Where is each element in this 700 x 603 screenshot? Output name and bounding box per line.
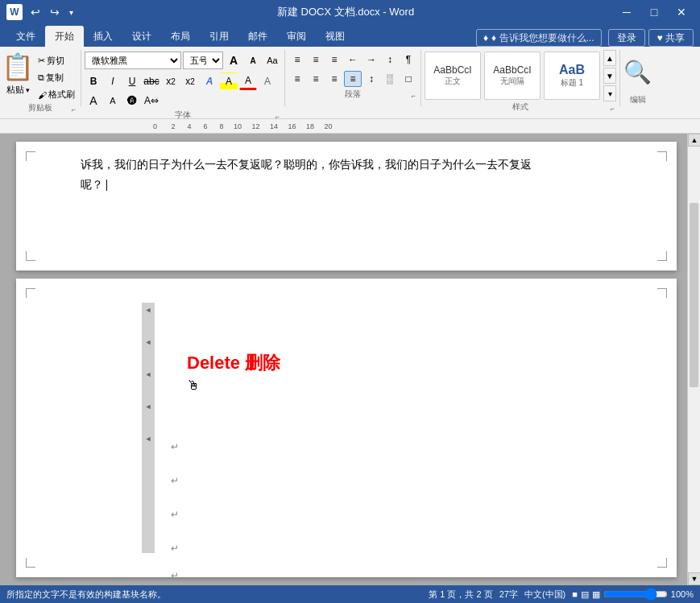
divider-1 — [81, 50, 81, 106]
page1-text-2: 呢？ — [81, 178, 103, 191]
underline-button[interactable]: U — [123, 72, 141, 90]
corner-tl-p1 — [26, 151, 35, 161]
text-cursor-p1 — [106, 180, 107, 191]
clipboard-label: 剪贴板 ⌐ — [3, 102, 77, 115]
zoom-slider[interactable] — [603, 589, 668, 599]
view-web-icon[interactable]: ▤ — [581, 589, 589, 600]
bullets-button[interactable]: ≡ — [288, 52, 306, 68]
view-read-icon[interactable]: ▦ — [592, 589, 600, 600]
editor-container: 诉我，我们的日子为什么一去不复返呢？聪明的，你告诉我，我们的日子为什么一去不复返… — [0, 134, 700, 585]
corner-bl-p1 — [26, 251, 35, 261]
show-para-button[interactable]: ¶ — [400, 52, 417, 68]
share-button[interactable]: ♥ 共享 — [648, 29, 694, 47]
redo-button[interactable]: ↪ — [47, 4, 63, 20]
shading-button[interactable]: ░ — [381, 71, 399, 87]
decrease-indent-button[interactable]: ← — [344, 52, 362, 68]
tab-home[interactable]: 开始 — [45, 26, 84, 47]
clipboard-expand-icon[interactable]: ⌐ — [72, 105, 76, 114]
copy-button[interactable]: ⧉ 复制 — [35, 70, 77, 85]
grow-font-button[interactable]: A — [225, 52, 242, 69]
styles-expand-icon[interactable]: ⌐ — [611, 105, 615, 113]
justify-button[interactable]: ≡ — [344, 71, 362, 87]
style-normal[interactable]: AaBbCcI 正文 — [425, 52, 481, 100]
styles-scroll-up[interactable]: ▲ — [603, 50, 616, 66]
sort-button[interactable]: ↕ — [381, 52, 399, 68]
paste-dropdown-icon[interactable]: ▾ — [26, 86, 30, 94]
font-name-select[interactable]: 微软雅黑 — [85, 52, 181, 69]
strikethrough-button[interactable]: abc — [143, 72, 160, 90]
tell-me-search[interactable]: ♦ ♦ 告诉我您想要做什么... — [476, 29, 602, 47]
align-center-button[interactable]: ≡ — [307, 71, 325, 87]
format-painter-button[interactable]: 🖌 格式刷 — [35, 87, 77, 102]
line-spacing-button[interactable]: ↕ — [362, 71, 380, 87]
tab-insert[interactable]: 插入 — [84, 26, 122, 47]
tab-review[interactable]: 审阅 — [277, 26, 316, 47]
style-normal-text: AaBbCcI — [433, 64, 471, 76]
editing-content[interactable]: 🔍 — [623, 50, 652, 94]
clear-format-button[interactable]: A — [259, 72, 276, 90]
subscript-button[interactable]: x2 — [162, 72, 180, 90]
title-bar: W ↩ ↪ ▾ 新建 DOCX 文档.docx - Word ─ □ ✕ — [0, 0, 700, 24]
cursor-pointer: 🖱 — [187, 378, 644, 393]
page1-text-1: 诉我，我们的日子为什么一去不复返呢？聪明的，你告诉我，我们的日子为什么一去不复返 — [81, 158, 532, 171]
close-button[interactable]: ✕ — [669, 0, 694, 24]
tab-mailings[interactable]: 邮件 — [238, 26, 277, 47]
status-bar: 所指定的文字不是有效的构建基块名称。 第 1 页，共 2 页 27字 中文(中国… — [0, 585, 700, 603]
format-painter-icon: 🖌 — [38, 90, 47, 100]
style-no-spacing[interactable]: AaBbCcI 无间隔 — [484, 52, 541, 100]
tab-file[interactable]: 文件 — [6, 26, 45, 47]
find-replace-icon: 🔍 — [623, 59, 652, 85]
corner-tl-p2 — [26, 288, 35, 298]
bold-button[interactable]: B — [85, 72, 102, 90]
highlight-button[interactable]: A — [220, 72, 238, 90]
scroll-down-button[interactable]: ▼ — [688, 572, 700, 585]
paste-button[interactable]: 📋 粘贴 ▾ — [3, 50, 32, 96]
scroll-up-button[interactable]: ▲ — [688, 134, 700, 147]
restore-button[interactable]: □ — [642, 0, 666, 24]
tab-view[interactable]: 视图 — [316, 26, 354, 47]
status-message: 所指定的文字不是有效的构建基块名称。 — [6, 589, 166, 601]
borders-button[interactable]: □ — [400, 71, 417, 87]
tab-references[interactable]: 引用 — [200, 26, 238, 47]
font-size-down-icon[interactable]: A — [104, 92, 122, 109]
styles-scroll-buttons: ▲ ▼ ▾ — [603, 50, 616, 101]
font-color-button[interactable]: A — [239, 72, 257, 90]
login-button[interactable]: 登录 — [608, 29, 645, 47]
minimize-button[interactable]: ─ — [615, 0, 639, 24]
divider-3 — [420, 50, 421, 106]
paragraph-content: ≡ ≡ ≡ ← → ↕ ¶ ≡ ≡ ≡ ≡ ↕ ░ □ — [288, 50, 417, 89]
font-expand-icon[interactable]: ⌐ — [275, 113, 280, 121]
para-mark-3: ↵ — [171, 509, 644, 520]
styles-label: 样式 ⌐ — [425, 101, 616, 114]
styles-panel: AaBbCcI 正文 AaBbCcI 无间隔 AaB 标题 1 — [425, 52, 600, 100]
font-size-up-icon[interactable]: A — [85, 92, 102, 109]
quick-access-more[interactable]: ▾ — [66, 6, 77, 19]
increase-indent-button[interactable]: → — [362, 52, 380, 68]
cut-button[interactable]: ✂ 剪切 — [35, 53, 77, 68]
paragraph-label: 段落 ⌐ — [288, 89, 417, 101]
paragraph-expand-icon[interactable]: ⌐ — [412, 92, 416, 100]
font-expand-button[interactable]: A⇔ — [143, 92, 160, 109]
align-right-button[interactable]: ≡ — [325, 71, 343, 87]
align-left-button[interactable]: ≡ — [288, 71, 306, 87]
font-size-select[interactable]: 五号 — [183, 52, 223, 69]
tab-design[interactable]: 设计 — [122, 26, 161, 47]
superscript-button[interactable]: x2 — [181, 72, 199, 90]
text-effects-button[interactable]: A — [201, 72, 218, 90]
italic-button[interactable]: I — [104, 72, 122, 90]
style-no-spacing-label: 无间隔 — [500, 76, 524, 87]
multilevel-button[interactable]: ≡ — [325, 52, 343, 68]
styles-group: AaBbCcI 正文 AaBbCcI 无间隔 AaB 标题 1 ▲ ▼ ▾ 样式 — [425, 50, 616, 118]
scrollbar-thumb[interactable] — [690, 203, 698, 386]
view-print-icon[interactable]: ■ — [572, 589, 578, 599]
numbering-button[interactable]: ≡ — [307, 52, 325, 68]
style-heading1-text: AaB — [559, 63, 585, 77]
style-heading1[interactable]: AaB 标题 1 — [544, 52, 600, 100]
styles-expand[interactable]: ▾ — [603, 85, 616, 101]
undo-button[interactable]: ↩ — [27, 4, 43, 20]
shrink-font-button[interactable]: A — [244, 52, 262, 69]
tab-layout[interactable]: 布局 — [161, 26, 200, 47]
text-shading-button[interactable]: 🅐 — [123, 92, 141, 109]
change-case-button[interactable]: Aa — [263, 52, 281, 69]
styles-scroll-down[interactable]: ▼ — [603, 68, 616, 84]
